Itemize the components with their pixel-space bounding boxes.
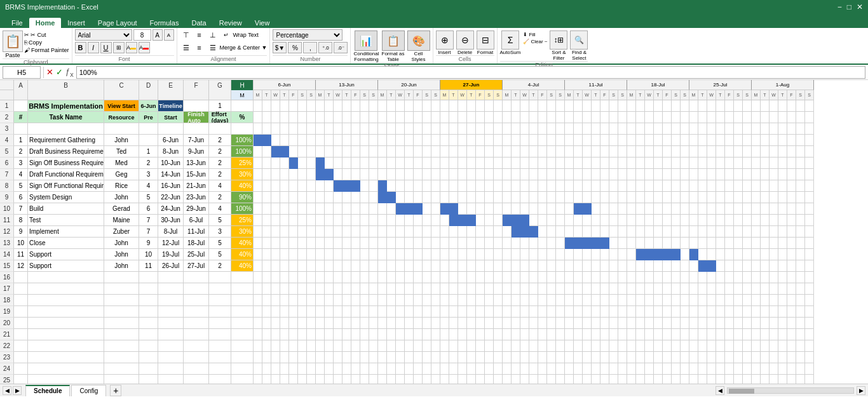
gantt-cell[interactable]: [503, 192, 512, 203]
gantt-cell[interactable]: [654, 158, 663, 169]
row-num-13[interactable]: 13: [0, 238, 14, 249]
gantt-cell[interactable]: [547, 146, 556, 158]
tab-view[interactable]: View: [248, 18, 276, 28]
gantt-cell[interactable]: [440, 100, 449, 112]
gantt-cell[interactable]: [663, 215, 672, 226]
gantt-cell[interactable]: [761, 180, 770, 192]
gantt-cell[interactable]: [787, 295, 796, 306]
gantt-cell[interactable]: [342, 283, 351, 295]
cell-25g[interactable]: [209, 375, 231, 384]
gantt-cell[interactable]: [689, 318, 698, 329]
gantt-cell[interactable]: [672, 340, 681, 352]
gantt-cell[interactable]: [494, 100, 503, 112]
gantt-cell[interactable]: [414, 295, 423, 306]
gantt-cell[interactable]: [369, 123, 378, 135]
gantt-cell[interactable]: [360, 329, 369, 340]
bold-btn[interactable]: B: [75, 42, 86, 53]
gantt-cell[interactable]: [547, 318, 556, 329]
gantt-cell[interactable]: [538, 306, 547, 318]
gantt-cell[interactable]: [663, 135, 672, 146]
gantt-cell[interactable]: [681, 375, 689, 384]
cell-2b[interactable]: Task Name: [28, 112, 104, 123]
gantt-cell[interactable]: [716, 238, 725, 249]
border-btn[interactable]: ⊞: [113, 42, 125, 53]
gantt-cell[interactable]: [449, 158, 458, 169]
gantt-cell[interactable]: [609, 329, 618, 340]
gantt-cell[interactable]: [396, 146, 405, 158]
gantt-cell[interactable]: [378, 340, 387, 352]
gantt-cell[interactable]: [520, 112, 529, 123]
gantt-cell[interactable]: [360, 340, 369, 352]
gantt-cell[interactable]: [423, 295, 431, 306]
gantt-cell[interactable]: [609, 272, 618, 283]
cell-5f[interactable]: 9-Jun: [184, 146, 209, 158]
gantt-cell[interactable]: [805, 363, 814, 375]
gantt-cell[interactable]: [547, 215, 556, 226]
gantt-cell[interactable]: [743, 180, 752, 192]
gantt-cell[interactable]: [396, 318, 405, 329]
gantt-cell[interactable]: [538, 100, 547, 112]
gantt-cell[interactable]: [574, 249, 583, 260]
gantt-cell[interactable]: [663, 226, 672, 238]
gantt-cell[interactable]: [485, 146, 494, 158]
gantt-cell[interactable]: [458, 352, 467, 363]
gantt-cell[interactable]: [538, 169, 547, 180]
gantt-cell[interactable]: [351, 306, 360, 318]
gantt-cell[interactable]: [609, 363, 618, 375]
gantt-cell[interactable]: [414, 363, 423, 375]
gantt-cell[interactable]: [423, 180, 431, 192]
gantt-cell[interactable]: [796, 340, 805, 352]
gantt-cell[interactable]: [618, 329, 627, 340]
cell-22e[interactable]: [158, 340, 184, 352]
gantt-cell[interactable]: [485, 318, 494, 329]
tab-config[interactable]: Config: [71, 385, 106, 396]
gantt-cell[interactable]: [414, 340, 423, 352]
gantt-cell[interactable]: [609, 180, 618, 192]
gantt-cell[interactable]: [369, 238, 378, 249]
gantt-cell[interactable]: [316, 203, 325, 215]
gantt-cell[interactable]: [316, 352, 325, 363]
gantt-cell[interactable]: [360, 260, 369, 272]
gantt-cell[interactable]: [565, 340, 574, 352]
gantt-cell[interactable]: [796, 318, 805, 329]
gantt-cell[interactable]: [476, 283, 485, 295]
gantt-cell[interactable]: [396, 203, 405, 215]
gantt-cell[interactable]: [716, 340, 725, 352]
gantt-cell[interactable]: [262, 123, 271, 135]
row-num-14[interactable]: 14: [0, 249, 14, 260]
gantt-cell[interactable]: [592, 226, 600, 238]
gantt-cell[interactable]: [503, 180, 512, 192]
gantt-cell[interactable]: [716, 112, 725, 123]
gantt-cell[interactable]: [716, 100, 725, 112]
gantt-cell[interactable]: [672, 318, 681, 329]
gantt-cell[interactable]: [698, 135, 707, 146]
cell-5c[interactable]: Ted: [104, 146, 139, 158]
gantt-cell[interactable]: [636, 146, 645, 158]
cell-18c[interactable]: [104, 295, 139, 306]
gantt-cell[interactable]: [654, 375, 663, 384]
gantt-cell[interactable]: [440, 375, 449, 384]
gantt-cell[interactable]: [369, 158, 378, 169]
gantt-cell[interactable]: [654, 249, 663, 260]
gantt-cell[interactable]: [342, 180, 351, 192]
gantt-cell[interactable]: [636, 340, 645, 352]
gantt-cell[interactable]: [689, 260, 698, 272]
gantt-cell[interactable]: [538, 363, 547, 375]
gantt-cell[interactable]: [316, 238, 325, 249]
gantt-cell[interactable]: [618, 238, 627, 249]
gantt-cell[interactable]: [565, 272, 574, 283]
gantt-cell[interactable]: [734, 283, 743, 295]
format-painter-btn[interactable]: 🖌 Format Painter: [24, 47, 69, 53]
col-header-b[interactable]: B: [28, 80, 104, 90]
gantt-cell[interactable]: [672, 306, 681, 318]
gantt-cell[interactable]: [627, 192, 636, 203]
gantt-cell[interactable]: [423, 146, 431, 158]
gantt-cell[interactable]: [520, 215, 529, 226]
gantt-cell[interactable]: [734, 329, 743, 340]
confirm-formula-icon[interactable]: ✓: [56, 67, 63, 77]
gantt-cell[interactable]: [654, 352, 663, 363]
gantt-cell[interactable]: [805, 158, 814, 169]
gantt-cell[interactable]: [396, 226, 405, 238]
row-num-18[interactable]: 18: [0, 295, 14, 306]
gantt-cell[interactable]: [787, 238, 796, 249]
